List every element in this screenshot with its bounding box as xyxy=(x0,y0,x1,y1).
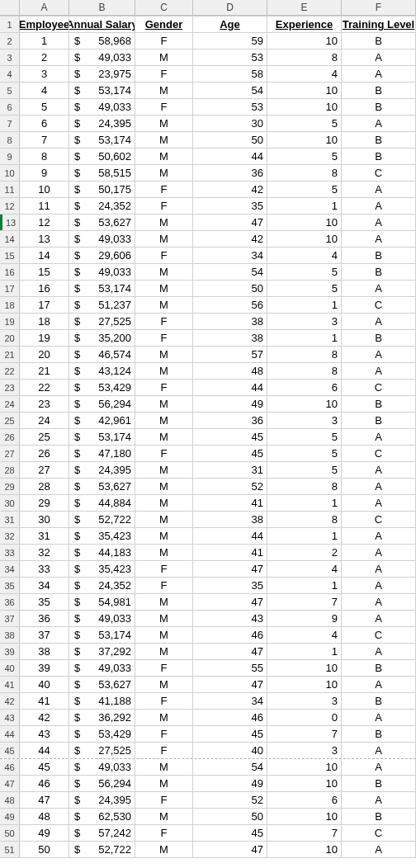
row-header[interactable]: 26 xyxy=(0,429,20,445)
col-header-E[interactable]: E xyxy=(267,0,342,16)
cell-employee[interactable]: 5 xyxy=(20,99,69,115)
row-header[interactable]: 13 xyxy=(0,215,20,230)
cell-training[interactable]: A xyxy=(342,677,416,692)
col-header-B[interactable]: B xyxy=(69,0,135,16)
cell-gender[interactable]: F xyxy=(135,33,193,49)
cell-salary[interactable]: $53,174 xyxy=(69,132,135,148)
cell-salary[interactable]: $36,292 xyxy=(69,710,135,725)
cell-gender[interactable]: M xyxy=(135,297,193,313)
cell-gender[interactable]: M xyxy=(135,644,193,659)
select-all-corner[interactable] xyxy=(0,0,20,16)
cell-gender[interactable]: M xyxy=(135,50,193,65)
cell-training[interactable]: A xyxy=(342,50,416,65)
cell-salary[interactable]: $24,352 xyxy=(69,578,135,593)
row-header[interactable]: 2 xyxy=(0,33,20,49)
cell-training[interactable]: A xyxy=(342,528,416,544)
cell-age[interactable]: 47 xyxy=(193,215,267,230)
cell-gender[interactable]: M xyxy=(135,116,193,131)
cell-salary[interactable]: $43,124 xyxy=(69,363,135,379)
cell-salary[interactable]: $37,292 xyxy=(69,644,135,659)
cell-age[interactable]: 41 xyxy=(193,545,267,560)
cell-employee[interactable]: 24 xyxy=(20,413,69,428)
cell-age[interactable]: 41 xyxy=(193,495,267,511)
cell-employee[interactable]: 33 xyxy=(20,561,69,577)
cell-salary[interactable]: $44,884 xyxy=(69,495,135,511)
cell-training[interactable]: A xyxy=(342,182,416,197)
cell-employee[interactable]: 44 xyxy=(20,743,69,758)
cell-age[interactable]: 47 xyxy=(193,561,267,577)
row-header[interactable]: 44 xyxy=(0,726,20,742)
cell-experience[interactable]: 8 xyxy=(267,50,342,65)
cell-gender[interactable]: F xyxy=(135,99,193,115)
row-header[interactable]: 20 xyxy=(0,330,20,346)
cell-experience[interactable]: 7 xyxy=(267,726,342,742)
cell-salary[interactable]: $24,395 xyxy=(69,462,135,478)
row-header[interactable]: 49 xyxy=(0,809,20,824)
cell-employee[interactable]: 30 xyxy=(20,512,69,527)
cell-age[interactable]: 54 xyxy=(193,759,267,775)
cell-gender[interactable]: M xyxy=(135,231,193,247)
cell-experience[interactable]: 1 xyxy=(267,495,342,511)
cell-experience[interactable]: 10 xyxy=(267,776,342,791)
row-header[interactable]: 37 xyxy=(0,611,20,626)
cell-gender[interactable]: M xyxy=(135,759,193,775)
cell-age[interactable]: 59 xyxy=(193,33,267,49)
cell-experience[interactable]: 1 xyxy=(267,330,342,346)
cell-training[interactable]: B xyxy=(342,396,416,412)
cell-employee[interactable]: 32 xyxy=(20,545,69,560)
cell-training[interactable]: A xyxy=(342,578,416,593)
cell-salary[interactable]: $53,627 xyxy=(69,479,135,494)
cell-gender[interactable]: M xyxy=(135,165,193,181)
cell-gender[interactable]: M xyxy=(135,132,193,148)
cell-salary[interactable]: $52,722 xyxy=(69,842,135,857)
cell-salary[interactable]: $56,294 xyxy=(69,396,135,412)
cell-training[interactable]: B xyxy=(342,33,416,49)
cell-experience[interactable]: 3 xyxy=(267,743,342,758)
cell-training[interactable]: C xyxy=(342,512,416,527)
cell-gender[interactable]: F xyxy=(135,660,193,676)
cell-training[interactable]: C xyxy=(342,297,416,313)
cell-age[interactable]: 50 xyxy=(193,281,267,296)
cell-age[interactable]: 36 xyxy=(193,413,267,428)
cell-age[interactable]: 34 xyxy=(193,248,267,263)
cell-salary[interactable]: $49,033 xyxy=(69,611,135,626)
cell-training[interactable]: A xyxy=(342,545,416,560)
row-header[interactable]: 24 xyxy=(0,396,20,412)
cell-age[interactable]: 58 xyxy=(193,66,267,82)
cell-gender[interactable]: M xyxy=(135,512,193,527)
cell-employee[interactable]: 20 xyxy=(20,347,69,362)
cell-experience[interactable]: 6 xyxy=(267,792,342,808)
cell-salary[interactable]: $52,722 xyxy=(69,512,135,527)
cell-employee[interactable]: 15 xyxy=(20,264,69,280)
cell-experience[interactable]: 7 xyxy=(267,825,342,841)
header-employee[interactable]: Employee xyxy=(20,17,69,32)
row-header[interactable]: 12 xyxy=(0,198,20,214)
cell-experience[interactable]: 5 xyxy=(267,264,342,280)
cell-gender[interactable]: M xyxy=(135,83,193,98)
cell-salary[interactable]: $50,602 xyxy=(69,149,135,164)
row-header[interactable]: 45 xyxy=(0,743,20,758)
cell-employee[interactable]: 29 xyxy=(20,495,69,511)
cell-salary[interactable]: $47,180 xyxy=(69,446,135,461)
cell-employee[interactable]: 31 xyxy=(20,528,69,544)
cell-salary[interactable]: $54,981 xyxy=(69,594,135,610)
row-header[interactable]: 46 xyxy=(0,759,20,775)
row-header[interactable]: 32 xyxy=(0,528,20,544)
cell-salary[interactable]: $53,429 xyxy=(69,380,135,395)
cell-age[interactable]: 46 xyxy=(193,710,267,725)
cell-experience[interactable]: 10 xyxy=(267,842,342,857)
cell-salary[interactable]: $49,033 xyxy=(69,231,135,247)
row-header[interactable]: 47 xyxy=(0,776,20,791)
cell-training[interactable]: B xyxy=(342,809,416,824)
cell-experience[interactable]: 3 xyxy=(267,693,342,709)
cell-gender[interactable]: M xyxy=(135,627,193,643)
row-header[interactable]: 28 xyxy=(0,462,20,478)
cell-salary[interactable]: $62,530 xyxy=(69,809,135,824)
cell-age[interactable]: 44 xyxy=(193,380,267,395)
cell-gender[interactable]: F xyxy=(135,198,193,214)
cell-training[interactable]: A xyxy=(342,842,416,857)
cell-employee[interactable]: 4 xyxy=(20,83,69,98)
cell-training[interactable]: A xyxy=(342,215,416,230)
header-gender[interactable]: Gender xyxy=(135,17,193,32)
cell-training[interactable]: A xyxy=(342,594,416,610)
